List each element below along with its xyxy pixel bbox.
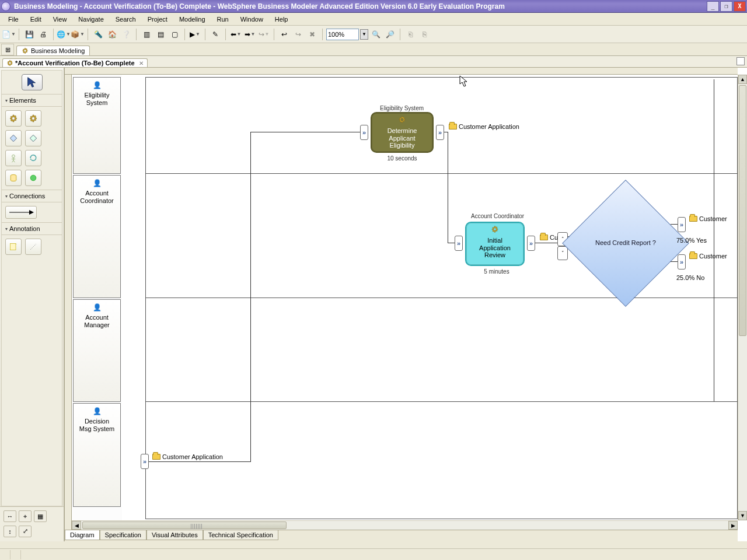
element-subtask-tool[interactable] [25,110,41,127]
search-button[interactable]: 🔦 [92,28,104,41]
help-button[interactable]: ❔ [120,28,132,41]
data-object-label[interactable]: Customer [689,215,727,222]
palette-connections-header[interactable]: ▾ Connections [2,190,62,202]
scroll-down-button[interactable]: ▼ [738,511,747,520]
task-input-port[interactable] [455,236,463,251]
fit-vertical-button[interactable]: ↕ [4,526,16,537]
maximize-editor-button[interactable] [736,57,745,65]
palette-elements-header[interactable]: ▾ Elements [2,94,62,107]
zoom-out-button[interactable]: 🔍 [369,28,382,41]
new-button[interactable]: 📄▼ [2,28,15,41]
wand-button[interactable]: ✎ [209,28,222,41]
home-button[interactable]: 🏠 [106,28,118,41]
undo2-button[interactable]: ↩ [278,28,291,41]
task-label: Determine Applicant Eligibility [374,127,430,149]
menu-project[interactable]: Project [142,14,173,24]
fit-camera-button[interactable]: ⌖ [19,510,32,522]
menu-help[interactable]: Help [269,14,294,24]
forward-button[interactable]: ➡▼ [243,28,256,41]
lane-header-coordinator[interactable]: 👤 Account Coordinator [73,175,121,298]
menu-search[interactable]: Search [110,14,142,24]
connection-tool[interactable] [5,206,37,219]
tab-technical-specification[interactable]: Technical Specification [203,530,278,540]
scroll-up-button[interactable]: ▲ [738,75,747,84]
scroll-thumb[interactable] [82,522,287,529]
probability-label: 75.0% Yes [676,237,707,244]
editor-tab[interactable]: *Account Verification (To-Be) Complete ✕ [2,58,148,67]
vertical-scrollbar[interactable]: ▲ ▼ [738,75,747,520]
misc1-button[interactable]: ⎗ [404,28,417,41]
merge-gateway[interactable]: ˅ [557,246,568,260]
scroll-left-button[interactable]: ◀ [72,521,81,530]
close-icon[interactable]: ✕ [139,60,144,66]
fit-all-button[interactable]: ⤢ [19,526,32,537]
element-actor-tool[interactable] [5,150,22,166]
role-icon: 👤 [74,407,120,415]
annotation-note-tool[interactable] [5,239,22,255]
task-input-port[interactable] [360,125,368,140]
fit-horizontal-button[interactable]: ↔ [4,510,16,522]
open-perspective-button[interactable]: ⊞ [1,44,14,55]
delete-button[interactable]: ✖ [306,28,319,41]
menu-run[interactable]: Run [211,14,235,24]
menu-modeling[interactable]: Modeling [173,14,211,24]
palette-annotation-header[interactable]: ▾ Annotation [2,222,62,235]
task-output-port[interactable] [436,125,444,140]
minimize-button[interactable]: _ [707,1,719,12]
start-port[interactable] [141,454,149,469]
palette-connections-label: Connections [9,192,45,200]
redo2-button[interactable]: ↪ [292,28,305,41]
element-task-tool[interactable] [5,110,22,127]
scroll-thumb[interactable] [739,85,746,336]
menu-window[interactable]: Window [235,14,269,24]
menu-file[interactable]: File [2,14,25,24]
task-initial-review[interactable]: Initial Application Review [465,222,525,266]
print-button[interactable]: 🖨 [37,28,50,41]
menu-navigate[interactable]: Navigate [72,14,109,24]
maximize-button[interactable]: ❐ [720,1,732,12]
data-object-label[interactable]: Customer Application [152,453,223,460]
decision-no-port[interactable] [678,254,686,270]
zoom-dropdown-button[interactable]: ▼ [360,29,368,40]
zoom-in-button[interactable]: 🔎 [383,28,396,41]
perspective-tab[interactable]: Business Modeling [16,46,90,55]
diagram-canvas[interactable]: 👤 Eligibility System 👤 Account Coordinat… [64,68,747,541]
task-output-port[interactable] [527,236,535,251]
lane-header-manager[interactable]: 👤 Account Manager [73,299,121,402]
menu-view[interactable]: View [47,14,73,24]
globe-button[interactable]: 🌐▼ [57,28,70,41]
redo-button[interactable]: ↪▼ [257,28,270,41]
menu-edit[interactable]: Edit [25,14,47,24]
svg-point-2 [12,155,15,158]
close-button[interactable]: X [734,1,746,12]
layout2-button[interactable]: ▤ [154,28,167,41]
element-decision-tool[interactable] [5,130,22,146]
grid-button[interactable]: ▦ [34,510,47,522]
package-button[interactable]: 📦▼ [71,28,84,41]
element-end-tool[interactable] [25,170,41,186]
horizontal-scrollbar[interactable]: ◀ ▶ [72,520,738,530]
task-determine-eligibility[interactable]: Determine Applicant Eligibility [371,112,434,153]
zoom-level-field[interactable]: 100% [326,29,359,40]
tab-diagram[interactable]: Diagram [65,530,100,540]
misc2-button[interactable]: ⎘ [418,28,431,41]
tab-specification[interactable]: Specification [100,530,146,540]
data-object-label[interactable]: Customer [689,253,727,260]
collapse-icon: ▾ [5,226,8,232]
element-merge-tool[interactable] [25,130,41,146]
run-button[interactable]: ▶▼ [189,28,201,41]
layout1-button[interactable]: ▥ [140,28,153,41]
data-object-label[interactable]: Customer Application [449,123,519,130]
selection-tool[interactable] [22,74,43,90]
save-button[interactable]: 💾 [23,28,36,41]
element-data-tool[interactable] [5,170,22,186]
back-button[interactable]: ⬅▼ [229,28,242,41]
annotation-link-tool[interactable] [25,239,41,255]
tab-visual-attributes[interactable]: Visual Attributes [146,530,203,540]
decision-yes-port[interactable] [678,217,686,232]
scroll-right-button[interactable]: ▶ [728,521,738,530]
element-loop-tool[interactable] [25,150,41,166]
layout3-button[interactable]: ▢ [168,28,181,41]
lane-header-eligibility[interactable]: 👤 Eligibility System [73,77,121,174]
lane-header-decision[interactable]: 👤 Decision Msg System [73,403,121,507]
